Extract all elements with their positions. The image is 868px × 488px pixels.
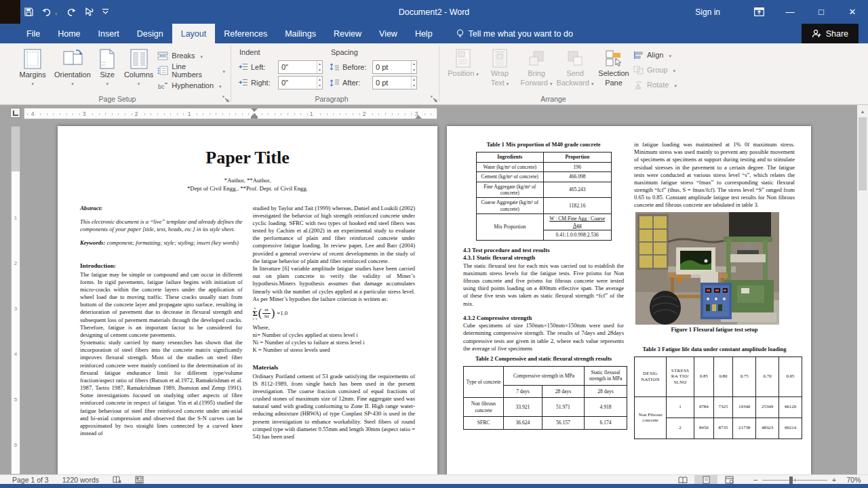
- tab-view[interactable]: View: [370, 24, 406, 43]
- window-corner: [0, 0, 20, 24]
- line-numbers-button[interactable]: Line Numbers: [157, 64, 225, 77]
- left-indent-marker[interactable]: [251, 117, 258, 119]
- spacing-before-input[interactable]: [373, 61, 411, 73]
- spin-up-icon[interactable]: ▲: [412, 61, 416, 67]
- indent-left-field[interactable]: ▲▼: [278, 60, 323, 74]
- spin-down-icon[interactable]: ▼: [317, 67, 322, 73]
- customize-quick-access-button[interactable]: [102, 9, 108, 15]
- indent-right-spinner[interactable]: ▲▼: [317, 77, 322, 89]
- horizontal-ruler[interactable]: 4 3 2 1 1 2 3: [24, 108, 437, 119]
- indent-right-field[interactable]: ▲▼: [278, 76, 323, 89]
- page-2[interactable]: Table 1 Mix proportion of M40 grade conc…: [447, 126, 811, 474]
- close-button[interactable]: ✕: [837, 0, 868, 24]
- tab-review[interactable]: Review: [325, 24, 370, 43]
- first-line-indent-marker[interactable]: [251, 108, 258, 112]
- tab-home[interactable]: Home: [49, 24, 89, 43]
- undo-button[interactable]: [42, 6, 58, 18]
- proofing-status-icon[interactable]: [113, 476, 121, 484]
- spin-up-icon[interactable]: ▲: [317, 77, 322, 83]
- rotate-caret: [674, 81, 677, 89]
- spacing-before-field[interactable]: ▲▼: [372, 60, 417, 74]
- tab-file[interactable]: File: [18, 24, 49, 43]
- zoom-in-button[interactable]: +: [829, 476, 840, 484]
- spacing-after-field[interactable]: ▲▼: [372, 76, 417, 89]
- tab-stop-selector[interactable]: [10, 108, 20, 118]
- table-header: 0.65: [779, 357, 802, 396]
- paragraph-dialog-launcher[interactable]: [431, 96, 437, 102]
- undo-dropdown-caret[interactable]: [55, 6, 58, 18]
- indent-left-spinner[interactable]: ▲▼: [317, 61, 322, 73]
- print-layout-button[interactable]: [694, 475, 717, 485]
- tab-design[interactable]: Design: [128, 24, 172, 43]
- orientation-button[interactable]: Orientation: [52, 45, 93, 85]
- tell-me-box[interactable]: Tell me what you want to do: [456, 24, 573, 43]
- minimize-button[interactable]: —: [774, 0, 806, 24]
- word-count[interactable]: 1220 words: [62, 476, 99, 484]
- group-icon: [633, 66, 644, 75]
- spacing-before-spinner[interactable]: ▲▼: [411, 61, 416, 73]
- tab-mailings[interactable]: Mailings: [276, 24, 325, 43]
- spin-down-icon[interactable]: ▼: [317, 83, 322, 89]
- web-layout-button[interactable]: [717, 475, 741, 485]
- zoom-level[interactable]: 70%: [840, 476, 868, 484]
- person-add-icon: [812, 29, 821, 38]
- scroll-up-button[interactable]: ▲: [857, 106, 868, 116]
- indent-markers[interactable]: [251, 108, 258, 119]
- columns-label: Columns: [124, 70, 153, 79]
- indent-left-input[interactable]: [279, 61, 317, 73]
- zoom-slider-handle[interactable]: [789, 476, 793, 484]
- save-button[interactable]: [24, 7, 33, 16]
- tab-layout[interactable]: Layout: [172, 24, 216, 43]
- read-mode-button[interactable]: [671, 475, 694, 485]
- macro-recording-icon[interactable]: [135, 476, 144, 484]
- window-bottom-edge: [0, 484, 868, 488]
- maximize-button[interactable]: □: [806, 0, 837, 24]
- bring-forward-icon: [528, 47, 545, 69]
- zoom-out-button[interactable]: −: [750, 476, 761, 484]
- columns-button[interactable]: Columns: [121, 45, 156, 85]
- spin-up-icon[interactable]: ▲: [317, 61, 322, 67]
- abstract-text: This electronic document is a “live” tem…: [80, 218, 243, 233]
- table-header: 0.70: [756, 357, 779, 396]
- table-cell: 56.157: [542, 417, 584, 429]
- page-indicator[interactable]: Page 1 of 3: [12, 476, 49, 484]
- touch-mode-button[interactable]: [85, 7, 94, 16]
- send-backward-icon: [567, 47, 583, 69]
- tab-references[interactable]: References: [215, 24, 276, 43]
- share-button[interactable]: Share: [802, 24, 859, 43]
- vertical-scrollbar[interactable]: ▲: [857, 105, 868, 474]
- tab-help[interactable]: Help: [406, 24, 441, 43]
- scrollbar-thumb[interactable]: [859, 117, 867, 190]
- selection-pane-button[interactable]: Selection Pane: [595, 45, 632, 88]
- size-button[interactable]: Size: [93, 45, 121, 85]
- table-cell: 21758: [733, 418, 756, 439]
- table-header: Proportion: [544, 152, 612, 162]
- position-button: Position: [445, 45, 481, 79]
- keywords-line: Keywords: component; formatting; style; …: [80, 239, 243, 247]
- wrap-text-icon: [492, 47, 507, 69]
- ribbon-display-options-button[interactable]: [743, 0, 774, 24]
- spacing-after-input[interactable]: [373, 77, 411, 89]
- spacing-after-spinner[interactable]: ▲▼: [411, 77, 416, 89]
- indent-right-input[interactable]: [279, 77, 317, 89]
- tab-insert[interactable]: Insert: [90, 24, 128, 43]
- position-caret: [476, 69, 479, 77]
- spin-down-icon[interactable]: ▼: [412, 83, 416, 89]
- vertical-ruler[interactable]: 1 2 3 4 5 6: [11, 126, 20, 474]
- paragraph-group-label: Paragraph: [231, 95, 432, 103]
- send-backward-label: Send Backward: [557, 69, 589, 87]
- hyphenation-button[interactable]: bcHyphenation: [157, 79, 225, 92]
- maximize-icon: □: [818, 7, 824, 16]
- breaks-button[interactable]: Breaks: [157, 49, 225, 62]
- margins-button[interactable]: Margins: [14, 45, 52, 85]
- right-indent-marker[interactable]: [415, 115, 422, 119]
- page-1[interactable]: Paper Title *Author, **Author, *Dept of …: [58, 126, 437, 474]
- page-setup-dialog-launcher[interactable]: [222, 96, 229, 102]
- redo-button[interactable]: [66, 8, 76, 16]
- formula-lparen: (: [258, 306, 262, 321]
- zoom-slider[interactable]: [762, 480, 827, 481]
- spin-up-icon[interactable]: ▲: [412, 77, 416, 83]
- align-button[interactable]: Align: [633, 48, 677, 62]
- sign-in-button[interactable]: Sign in: [695, 7, 720, 17]
- spin-down-icon[interactable]: ▼: [412, 67, 416, 73]
